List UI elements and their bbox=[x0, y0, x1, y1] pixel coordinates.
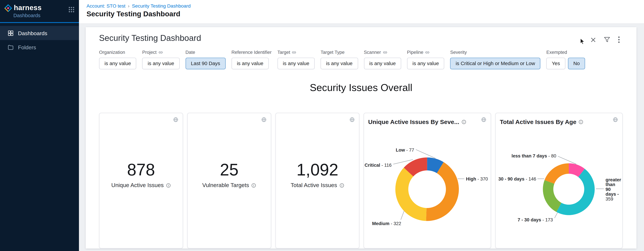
tiles-row: 878Unique Active Issues25Vulnerable Targ… bbox=[99, 113, 623, 249]
filter-value-scanner[interactable]: is any value bbox=[364, 58, 401, 69]
filter-icon[interactable] bbox=[604, 37, 610, 42]
filter-label: Scanner bbox=[364, 50, 401, 55]
filter-value-date[interactable]: Last 90 Days bbox=[186, 58, 226, 69]
filter-target: Targetis any value bbox=[278, 50, 315, 69]
close-icon[interactable] bbox=[590, 37, 596, 42]
stat-value: 878 bbox=[127, 160, 155, 179]
sidebar-item-label: Folders bbox=[18, 44, 36, 50]
link-icon bbox=[292, 50, 296, 55]
filter-label: Date bbox=[186, 50, 226, 55]
filter-option-no[interactable]: No bbox=[568, 58, 585, 69]
slice-label: Medium - 322 bbox=[372, 221, 401, 226]
info-icon[interactable] bbox=[339, 183, 344, 188]
sidebar: harness Dashboards DashboardsFolders bbox=[0, 0, 79, 251]
filter-project: Projectis any value bbox=[142, 50, 180, 69]
slice-label: High - 370 bbox=[466, 176, 488, 182]
chart-tile-unique-active-issues-by-severity: Unique Active Issues By Seve...Low - 77H… bbox=[364, 113, 491, 249]
chart-title: Unique Active Issues By Seve... bbox=[364, 113, 491, 125]
stat-tile-vulnerable-targets: 25Vulnerable Targets bbox=[187, 113, 271, 249]
filter-button-group: YesNo bbox=[546, 58, 585, 69]
donut-slice-high[interactable] bbox=[426, 162, 459, 221]
dashboard-canvas: Security Testing Dashboard bbox=[86, 27, 636, 249]
stat-label: Unique Active Issues bbox=[111, 182, 171, 188]
filter-value-target[interactable]: is any value bbox=[278, 58, 315, 69]
filter-pipeline: Pipelineis any value bbox=[407, 50, 444, 69]
brand-name[interactable]: harness bbox=[14, 4, 42, 12]
apps-grid-icon[interactable] bbox=[68, 7, 74, 13]
module-label: Dashboards bbox=[13, 12, 74, 18]
donut-chart[interactable]: less than 7 days - 80greaterthan90days -… bbox=[496, 113, 623, 249]
filter-label: Project bbox=[142, 50, 180, 55]
chart-tile-total-active-issues-by-age: Total Active Issues By Ageless than 7 da… bbox=[495, 113, 622, 249]
harness-logo[interactable] bbox=[4, 4, 12, 12]
kebab-menu-icon[interactable] bbox=[618, 36, 620, 43]
filter-value-target-type[interactable]: is any value bbox=[321, 58, 358, 69]
info-icon[interactable] bbox=[461, 119, 466, 124]
dashboard-toolbar bbox=[590, 36, 620, 43]
sidebar-item-dashboards[interactable]: Dashboards bbox=[0, 26, 79, 40]
stat-label: Vulnerable Targets bbox=[202, 182, 256, 188]
info-icon[interactable] bbox=[166, 183, 171, 188]
filter-organization: Organizationis any value bbox=[99, 50, 136, 69]
filter-bar: Organizationis any valueProjectis any va… bbox=[99, 50, 623, 69]
sidebar-header: harness Dashboards bbox=[0, 0, 79, 23]
stat-tile-total-active-issues: 1,092Total Active Issues bbox=[275, 113, 359, 249]
breadcrumb-separator-icon: › bbox=[128, 3, 130, 8]
filter-label: Exempted bbox=[546, 50, 585, 55]
brand-row: harness bbox=[4, 4, 74, 12]
link-icon bbox=[158, 50, 163, 55]
slice-label: Critical - 116 bbox=[364, 163, 392, 168]
breadcrumb: Account: STO test › Security Testing Das… bbox=[79, 0, 644, 8]
info-icon[interactable] bbox=[578, 119, 584, 124]
link-icon bbox=[382, 50, 387, 55]
filter-label: Organization bbox=[99, 50, 136, 55]
filter-label: Reference Identifier bbox=[232, 50, 272, 55]
filter-date: DateLast 90 Days bbox=[186, 50, 226, 69]
breadcrumb-dashboard[interactable]: Security Testing Dashboard bbox=[132, 3, 191, 8]
top-header: Account: STO test › Security Testing Das… bbox=[79, 0, 644, 24]
filter-value-pipeline[interactable]: is any value bbox=[407, 58, 444, 69]
stat-tile-unique-active-issues: 878Unique Active Issues bbox=[99, 113, 183, 249]
filter-reference-identifier: Reference Identifieris any value bbox=[232, 50, 272, 69]
filter-value-project[interactable]: is any value bbox=[142, 58, 180, 69]
sidebar-item-label: Dashboards bbox=[18, 30, 47, 36]
filter-label: Target bbox=[278, 50, 315, 55]
filter-value-organization[interactable]: is any value bbox=[99, 58, 136, 69]
donut-slice-7-30-days[interactable] bbox=[543, 180, 561, 212]
globe-icon[interactable] bbox=[350, 117, 355, 122]
donut-slice-medium[interactable] bbox=[396, 168, 426, 221]
dashboards-icon bbox=[8, 30, 14, 36]
filter-label: Severity bbox=[450, 50, 540, 55]
chart-title: Total Active Issues By Age bbox=[496, 113, 622, 125]
donut-chart[interactable]: Low - 77High - 370Medium - 322Critical -… bbox=[364, 113, 492, 249]
callout-line bbox=[401, 211, 404, 220]
filter-exempted: ExemptedYesNo bbox=[546, 50, 585, 69]
sidebar-nav: DashboardsFolders bbox=[0, 23, 79, 54]
stat-label: Total Active Issues bbox=[291, 182, 344, 188]
breadcrumb-account[interactable]: Account: STO test bbox=[86, 3, 126, 8]
globe-icon[interactable] bbox=[173, 117, 178, 122]
filter-severity: Severityis Critical or High or Medium or… bbox=[450, 50, 540, 69]
folder-icon bbox=[8, 44, 14, 50]
slice-label: 7 - 30 days - 173 bbox=[518, 217, 553, 222]
donut-slice-30-90-days[interactable] bbox=[544, 163, 569, 184]
dashboard-title: Security Testing Dashboard bbox=[99, 33, 623, 43]
callout-line bbox=[558, 156, 576, 164]
filter-option-yes[interactable]: Yes bbox=[546, 58, 566, 69]
info-icon[interactable] bbox=[251, 183, 256, 188]
link-icon bbox=[425, 50, 430, 55]
sidebar-item-folders[interactable]: Folders bbox=[0, 40, 79, 54]
app-root: harness Dashboards DashboardsFolders Acc… bbox=[0, 0, 644, 251]
donut-slice-greater-than-90-days[interactable] bbox=[556, 169, 595, 215]
globe-icon[interactable] bbox=[261, 117, 266, 122]
slice-label: less than 7 days - 80 bbox=[512, 153, 556, 159]
filter-value-reference-identifier[interactable]: is any value bbox=[232, 58, 269, 69]
filter-target-type: Target Typeis any value bbox=[321, 50, 358, 69]
filter-scanner: Scanneris any value bbox=[364, 50, 401, 69]
callout-line bbox=[554, 213, 558, 218]
filter-value-severity[interactable]: is Critical or High or Medium or Low bbox=[450, 58, 540, 69]
section-title: Security Issues Overall bbox=[99, 82, 623, 94]
filter-label: Target Type bbox=[321, 50, 358, 55]
slice-label: greaterthan90days -359 bbox=[606, 177, 621, 202]
callout-line bbox=[416, 150, 436, 158]
